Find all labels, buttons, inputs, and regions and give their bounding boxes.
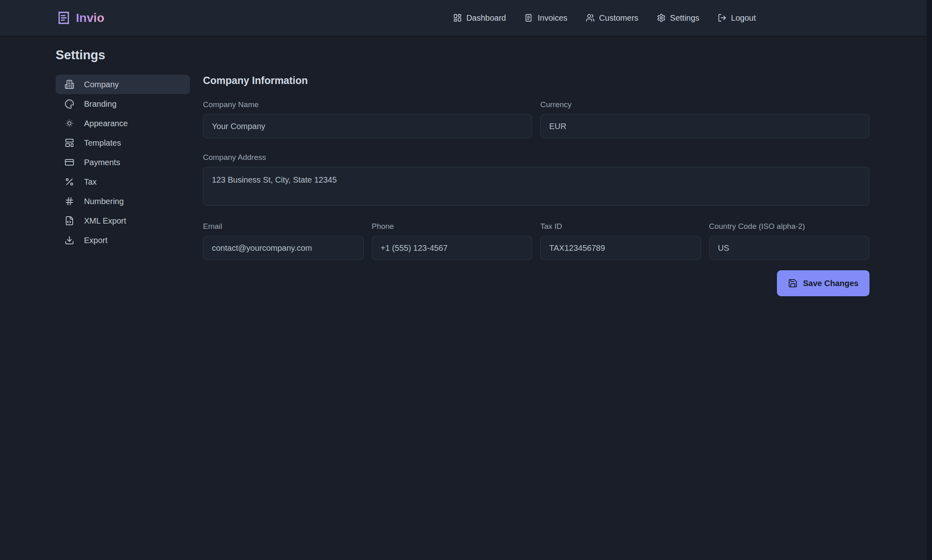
sidebar-item-templates[interactable]: Templates: [56, 133, 190, 153]
currency-label: Currency: [540, 100, 869, 109]
phone-input[interactable]: [372, 236, 533, 260]
sidebar-item-appearance[interactable]: Appearance: [56, 114, 190, 133]
company-address-textarea[interactable]: 123 Business St, City, State 12345: [203, 167, 869, 206]
hash-icon: [65, 196, 74, 206]
sidebar-item-label: Appearance: [84, 119, 128, 128]
nav-item-customers[interactable]: Customers: [586, 13, 639, 23]
sidebar-item-numbering[interactable]: Numbering: [56, 192, 190, 211]
country-code-label: Country Code (ISO alpha-2): [709, 222, 870, 231]
email-label: Email: [203, 222, 364, 231]
sidebar-item-label: Export: [84, 236, 108, 245]
company-address-label: Company Address: [203, 153, 869, 162]
sidebar-item-branding[interactable]: Branding: [56, 94, 190, 114]
phone-label: Phone: [372, 222, 533, 231]
nav-item-label: Customers: [599, 13, 639, 23]
nav-item-label: Settings: [670, 13, 699, 23]
currency-field-group: Currency: [540, 100, 869, 138]
sidebar-item-label: Branding: [84, 99, 116, 109]
receipt-icon: [57, 11, 71, 25]
nav-menu: Dashboard Invoices Customers: [453, 13, 756, 23]
nav-item-invoices[interactable]: Invoices: [524, 13, 567, 23]
sidebar-item-label: Tax: [84, 177, 97, 187]
sidebar-item-tax[interactable]: Tax: [56, 172, 190, 192]
logout-icon: [718, 13, 727, 22]
building-icon: [65, 80, 74, 89]
email-input[interactable]: [203, 236, 364, 260]
country-code-input[interactable]: [709, 236, 870, 260]
settings-icon: [657, 13, 666, 22]
nav-item-label: Dashboard: [466, 13, 506, 23]
invoices-icon: [524, 13, 533, 22]
nav-item-logout[interactable]: Logout: [718, 13, 756, 23]
nav-item-label: Logout: [731, 13, 756, 23]
settings-page: Settings Company: [0, 37, 932, 296]
sidebar-item-company[interactable]: Company: [56, 75, 190, 94]
tax-id-input[interactable]: [540, 236, 701, 260]
palette-icon: [65, 99, 74, 109]
file-code-icon: [65, 216, 74, 226]
company-name-label: Company Name: [203, 100, 532, 109]
section-heading: Company Information: [203, 75, 869, 86]
tax-id-label: Tax ID: [540, 222, 701, 231]
percent-icon: [65, 177, 74, 187]
company-address-field-group: Company Address 123 Business St, City, S…: [203, 153, 869, 207]
save-changes-label: Save Changes: [803, 279, 859, 288]
sidebar-item-label: Templates: [84, 138, 121, 148]
dashboard-icon: [453, 13, 462, 22]
company-name-input[interactable]: [203, 114, 532, 138]
sidebar-item-label: Company: [84, 80, 119, 89]
save-icon: [788, 278, 798, 288]
brand-name: Invio: [76, 11, 104, 25]
sidebar-item-label: XML Export: [84, 216, 126, 226]
nav-item-dashboard[interactable]: Dashboard: [453, 13, 506, 23]
sidebar-item-payments[interactable]: Payments: [56, 153, 190, 172]
sidebar-item-label: Numbering: [84, 197, 124, 206]
nav-item-label: Invoices: [537, 13, 567, 23]
currency-input[interactable]: [540, 114, 869, 138]
company-name-field-group: Company Name: [203, 100, 532, 138]
company-settings-panel: Company Information Company Name Currenc…: [203, 73, 869, 296]
brand-logo[interactable]: Invio: [57, 11, 104, 25]
sidebar-item-label: Payments: [84, 158, 120, 167]
page-title: Settings: [56, 48, 869, 62]
customers-icon: [586, 13, 595, 22]
email-field-group: Email: [203, 222, 364, 260]
scrollbar[interactable]: [927, 0, 932, 560]
navbar: Invio Dashboard Invoices: [0, 0, 932, 37]
sidebar-item-export[interactable]: Export: [56, 230, 190, 250]
country-code-field-group: Country Code (ISO alpha-2): [709, 222, 870, 260]
layout-template-icon: [65, 138, 74, 148]
settings-sidebar: Company Branding: [56, 73, 190, 250]
sun-icon: [65, 118, 74, 128]
nav-item-settings[interactable]: Settings: [657, 13, 699, 23]
phone-field-group: Phone: [372, 222, 533, 260]
download-icon: [65, 235, 74, 245]
tax-id-field-group: Tax ID: [540, 222, 701, 260]
sidebar-item-xml-export[interactable]: XML Export: [56, 211, 190, 230]
save-changes-button[interactable]: Save Changes: [777, 270, 869, 296]
credit-card-icon: [65, 157, 74, 167]
